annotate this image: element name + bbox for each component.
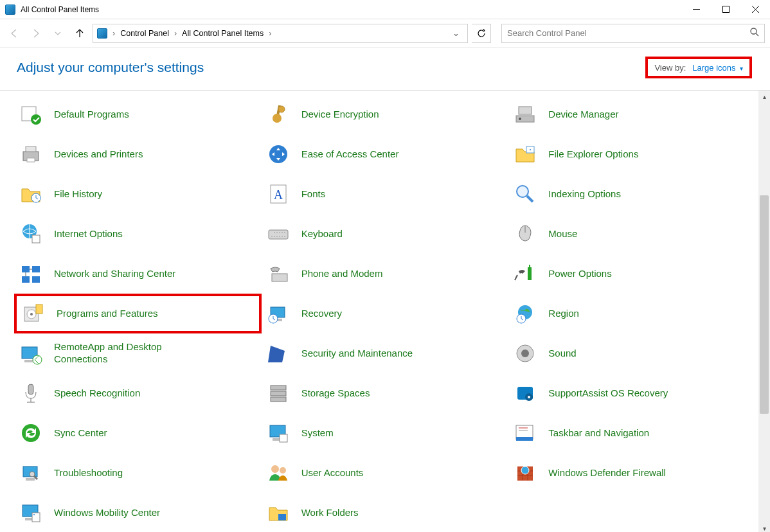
svg-rect-88 bbox=[278, 514, 286, 520]
svg-line-41 bbox=[515, 275, 517, 280]
cp-item-storage-spaces[interactable]: Storage Spaces bbox=[262, 373, 509, 413]
minimize-button[interactable] bbox=[681, 0, 711, 19]
svg-rect-68 bbox=[280, 434, 287, 442]
titlebar: All Control Panel Items bbox=[0, 0, 770, 19]
cp-item-network-and-sharing-center[interactable]: Network and Sharing Center bbox=[14, 254, 262, 294]
cp-item-label: Taskbar and Navigation bbox=[548, 427, 649, 439]
cp-item-device-encryption[interactable]: Device Encryption bbox=[262, 94, 509, 134]
forward-button[interactable] bbox=[27, 24, 45, 42]
scroll-up-button[interactable]: ▴ bbox=[758, 91, 770, 102]
cp-item-speech-recognition[interactable]: Speech Recognition bbox=[14, 373, 262, 413]
troubleshooting-icon bbox=[18, 460, 44, 486]
vertical-scrollbar[interactable]: ▴ ▾ bbox=[758, 91, 770, 532]
cp-item-power-options[interactable]: Power Options bbox=[508, 254, 756, 294]
cp-item-security-and-maintenance[interactable]: Security and Maintenance bbox=[262, 333, 509, 373]
cp-item-label: Troubleshooting bbox=[54, 467, 123, 479]
cp-item-label: Work Folders bbox=[301, 507, 359, 519]
power-options-icon bbox=[512, 261, 538, 287]
cp-item-region[interactable]: Region bbox=[508, 294, 756, 333]
search-box[interactable] bbox=[501, 24, 765, 43]
cp-item-label: Indexing Options bbox=[548, 188, 621, 200]
cp-item-label: File History bbox=[54, 188, 102, 200]
breadcrumb-dropdown[interactable]: ⌄ bbox=[449, 28, 463, 38]
chevron-right-icon[interactable]: › bbox=[266, 29, 274, 38]
chevron-right-icon[interactable]: › bbox=[172, 29, 179, 38]
breadcrumb[interactable]: › Control Panel › All Control Panel Item… bbox=[93, 24, 468, 43]
cp-item-label: Devices and Printers bbox=[54, 148, 143, 161]
cp-item-devices-and-printers[interactable]: Devices and Printers bbox=[14, 134, 262, 174]
svg-rect-74 bbox=[26, 478, 35, 481]
cp-item-file-history[interactable]: File History bbox=[14, 174, 262, 214]
cp-item-recovery[interactable]: Recovery bbox=[262, 294, 509, 333]
windows-mobility-center-icon bbox=[18, 500, 44, 526]
cp-item-internet-options[interactable]: Internet Options bbox=[14, 214, 262, 254]
cp-item-supportassist-os-recovery[interactable]: SupportAssist OS Recovery bbox=[508, 373, 756, 413]
back-button[interactable] bbox=[5, 24, 23, 42]
cp-item-fonts[interactable]: AFonts bbox=[262, 174, 509, 214]
navigation-bar: › Control Panel › All Control Panel Item… bbox=[0, 19, 770, 48]
cp-item-sync-center[interactable]: Sync Center bbox=[14, 413, 262, 453]
svg-rect-35 bbox=[32, 276, 40, 283]
svg-line-6 bbox=[756, 33, 758, 36]
cp-item-indexing-options[interactable]: Indexing Options bbox=[508, 174, 756, 214]
cp-item-device-manager[interactable]: Device Manager bbox=[508, 94, 756, 134]
cp-item-label: Recovery bbox=[301, 308, 342, 320]
cp-item-phone-and-modem[interactable]: Phone and Modem bbox=[262, 254, 509, 294]
breadcrumb-current[interactable]: All Control Panel Items bbox=[182, 29, 264, 38]
cp-item-label: RemoteApp and Desktop Connections bbox=[54, 341, 189, 366]
sync-center-icon bbox=[18, 420, 44, 446]
cp-item-label: File Explorer Options bbox=[548, 148, 638, 161]
svg-rect-59 bbox=[271, 386, 286, 390]
cp-item-windows-defender-firewall[interactable]: Windows Defender Firewall bbox=[508, 453, 756, 493]
file-history-icon bbox=[18, 181, 44, 207]
svg-rect-70 bbox=[516, 437, 533, 441]
scroll-down-button[interactable]: ▾ bbox=[758, 522, 770, 532]
viewby-value[interactable]: Large icons bbox=[692, 63, 735, 73]
refresh-button[interactable] bbox=[472, 24, 491, 43]
view-by-selector[interactable]: View by: Large icons ▾ bbox=[645, 57, 752, 78]
cp-item-keyboard[interactable]: Keyboard bbox=[262, 214, 509, 254]
cp-item-taskbar-and-navigation[interactable]: Taskbar and Navigation bbox=[508, 413, 756, 453]
cp-item-programs-and-features[interactable]: Programs and Features bbox=[14, 294, 262, 333]
mouse-icon bbox=[512, 221, 538, 247]
svg-point-55 bbox=[521, 350, 529, 357]
cp-item-troubleshooting[interactable]: Troubleshooting bbox=[14, 453, 262, 493]
cp-item-system[interactable]: System bbox=[262, 413, 509, 453]
cp-item-user-accounts[interactable]: User Accounts bbox=[262, 453, 509, 493]
scroll-thumb[interactable] bbox=[760, 195, 769, 414]
svg-point-5 bbox=[751, 28, 757, 34]
search-icon[interactable] bbox=[750, 28, 759, 39]
svg-point-77 bbox=[280, 467, 286, 474]
phone-and-modem-icon bbox=[265, 261, 291, 287]
breadcrumb-root[interactable]: Control Panel bbox=[120, 29, 169, 38]
cp-item-file-explorer-options[interactable]: File Explorer Options bbox=[508, 134, 756, 174]
cp-item-work-folders[interactable]: Work Folders bbox=[262, 493, 509, 532]
cp-item-default-programs[interactable]: Default Programs bbox=[14, 94, 262, 134]
header-row: Adjust your computer's settings View by:… bbox=[0, 48, 770, 91]
storage-spaces-icon bbox=[265, 380, 291, 406]
svg-rect-61 bbox=[271, 397, 286, 402]
cp-item-ease-of-access-center[interactable]: Ease of Access Center bbox=[262, 134, 509, 174]
cp-item-remoteapp-and-desktop-connections[interactable]: RemoteApp and Desktop Connections bbox=[14, 333, 262, 373]
up-button[interactable] bbox=[71, 24, 89, 42]
scroll-track[interactable] bbox=[758, 102, 770, 522]
cp-item-label: Speech Recognition bbox=[54, 387, 140, 400]
cp-item-label: Network and Sharing Center bbox=[54, 268, 175, 280]
search-input[interactable] bbox=[507, 28, 750, 38]
cp-item-label: Device Encryption bbox=[301, 109, 379, 121]
cp-item-label: Fonts bbox=[301, 188, 326, 200]
cp-item-mouse[interactable]: Mouse bbox=[508, 214, 756, 254]
cp-item-sound[interactable]: Sound bbox=[508, 333, 756, 373]
close-button[interactable] bbox=[740, 0, 770, 19]
cp-item-windows-mobility-center[interactable]: Windows Mobility Center bbox=[14, 493, 262, 532]
recent-locations-dropdown[interactable] bbox=[49, 24, 67, 42]
svg-rect-32 bbox=[22, 266, 30, 272]
control-panel-icon bbox=[5, 4, 15, 15]
chevron-right-icon[interactable]: › bbox=[110, 29, 118, 38]
fonts-icon: A bbox=[265, 181, 291, 207]
svg-point-13 bbox=[519, 118, 521, 120]
svg-rect-56 bbox=[28, 384, 33, 395]
svg-point-44 bbox=[30, 313, 33, 315]
maximize-button[interactable] bbox=[711, 0, 740, 19]
chevron-down-icon[interactable]: ▾ bbox=[740, 65, 743, 72]
